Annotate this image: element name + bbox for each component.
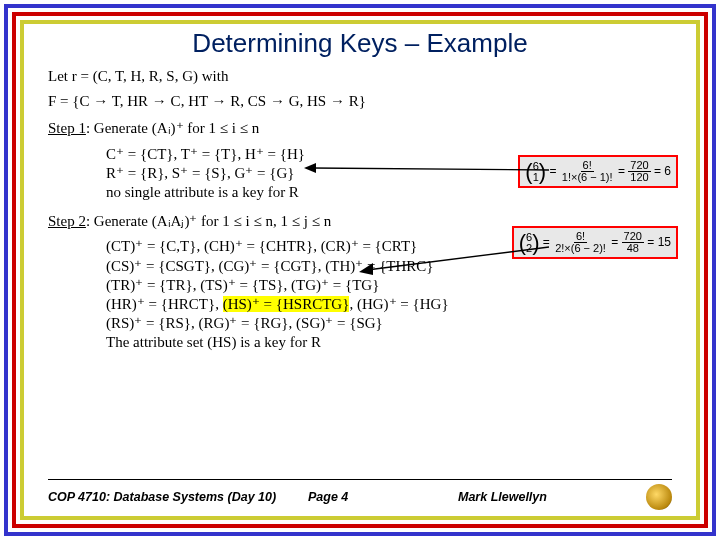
step2-highlight: (HS)⁺ = {HSRCTG} [223,296,350,312]
slide-frame-outer: Determining Keys – Example Let r = (C, T… [4,4,716,536]
step1-heading: Step 1: Generate (Aᵢ)⁺ for 1 ≤ i ≤ n ◂ [48,119,672,138]
slide-body: Let r = (C, T, H, R, S, G) with F = {C →… [48,67,672,352]
ans: 6 [664,164,671,178]
ans: 15 [658,235,671,249]
f2d: 120 [628,172,650,183]
f2d: 48 [625,243,641,254]
given-line-2: F = {C → T, HR → C, HT → R, CS → G, HS →… [48,92,672,111]
footer-page: Page 4 [308,490,458,504]
f1d: 1!×(6 − 1)! [560,172,615,183]
step2-line-hl: (HR)⁺ = {HRCT}, (HS)⁺ = {HSRCTG}, (HG)⁺ … [106,295,672,314]
step1-rest: : Generate (Aᵢ)⁺ for 1 ≤ i ≤ n [86,120,259,136]
step2-rest: : Generate (AᵢAⱼ)⁺ for 1 ≤ i ≤ n, 1 ≤ j … [86,213,331,229]
step2-hl-post: , (HG)⁺ = {HG} [349,296,448,312]
step2-line: (TR)⁺ = {TR}, (TS)⁺ = {TS}, (TG)⁺ = {TG} [106,276,672,295]
step2-hl-pre: (HR)⁺ = {HRCT}, [106,296,223,312]
university-logo-icon [646,484,672,510]
step2-line: (RS)⁺ = {RS}, (RG)⁺ = {RG}, (SG)⁺ = {SG} [106,314,672,333]
step2-label: Step 2 [48,213,86,229]
step1-label: Step 1 [48,120,86,136]
step2-line: (CS)⁺ = {CSGT}, (CG)⁺ = {CGT}, (TH)⁺ = {… [106,257,672,276]
footer-author: Mark Llewellyn [458,490,646,504]
combination-box-2: (62) = 6!2!×(6 − 2)! = 72048 = 15 [512,226,678,259]
step2-line: The attribute set (HS) is a key for R [106,333,672,352]
f1d: 2!×(6 − 2)! [553,243,608,254]
given-line-1: Let r = (C, T, H, R, S, G) with [48,67,672,86]
footer-course: COP 4710: Database Systems (Day 10) [48,490,308,504]
slide-footer: COP 4710: Database Systems (Day 10) Page… [48,479,672,510]
slide-content: Determining Keys – Example Let r = (C, T… [20,20,700,520]
slide-title: Determining Keys – Example [48,28,672,59]
slide-frame-mid: Determining Keys – Example Let r = (C, T… [12,12,708,528]
combination-box-1: (61) = 6!1!×(6 − 1)! = 720120 = 6 [518,155,678,188]
